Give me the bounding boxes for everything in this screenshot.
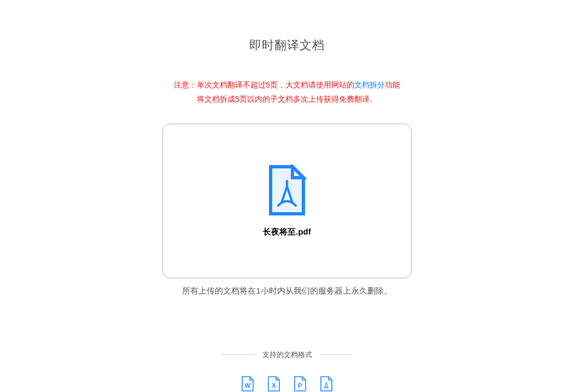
supported-formats-label: 支持的文档格式 (262, 350, 312, 360)
split-doc-link[interactable]: 文档拆分 (354, 80, 385, 89)
page-title: 即时翻译文档 (249, 37, 325, 54)
powerpoint-format-icon: P (294, 376, 306, 391)
supported-formats-separator: 支持的文档格式 (221, 350, 353, 360)
word-format-icon: W (242, 376, 254, 391)
svg-text:W: W (245, 382, 251, 389)
pdf-format-icon (320, 376, 332, 391)
format-icons-row: W X P (242, 376, 332, 391)
pdf-file-icon (267, 165, 307, 217)
notice-prefix: 注意：单次文档翻译不超过5页，大文档请使用网站的 (174, 80, 354, 89)
uploaded-filename: 长夜将至.pdf (263, 227, 311, 237)
upload-dropzone[interactable]: 长夜将至.pdf (162, 124, 412, 278)
notice-line2: 将文档拆成5页以内的子文档多次上传获得免费翻译。 (174, 93, 400, 106)
svg-text:X: X (272, 382, 276, 389)
separator-line-right (321, 354, 353, 355)
excel-format-icon: X (268, 376, 280, 391)
notice-text: 注意：单次文档翻译不超过5页，大文档请使用网站的文档拆分功能 将文档拆成5页以内… (174, 79, 400, 106)
notice-suffix: 功能 (385, 80, 400, 89)
auto-delete-note: 所有上传的文档将在1小时内从我们的服务器上永久删除。 (182, 286, 391, 296)
svg-text:P: P (298, 382, 302, 389)
separator-line-left (221, 354, 254, 355)
